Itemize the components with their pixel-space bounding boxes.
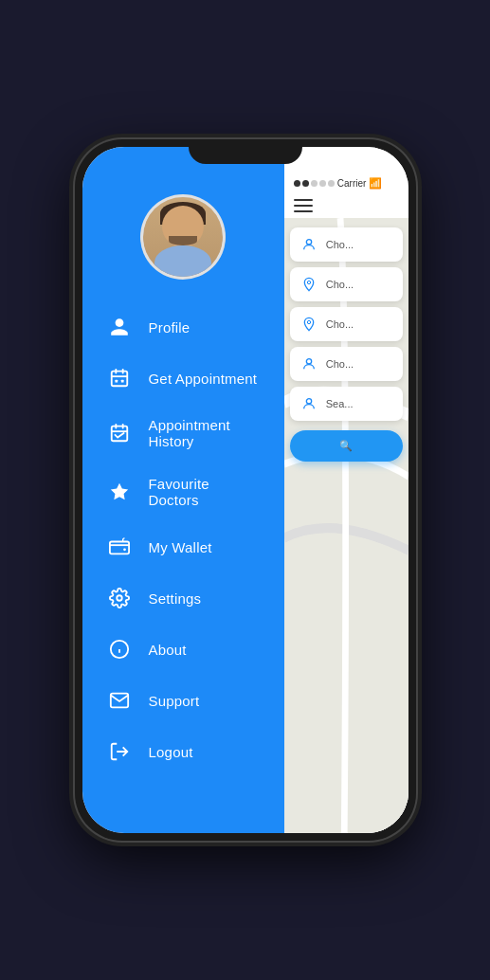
location-blue-icon-1: [299, 275, 318, 294]
svg-point-12: [123, 548, 126, 551]
sidebar-item-my-wallet[interactable]: My Wallet: [92, 522, 275, 572]
svg-rect-5: [120, 380, 123, 383]
search-button[interactable]: 🔍: [290, 430, 403, 462]
svg-point-23: [306, 399, 311, 404]
dropdown-item-4[interactable]: Cho...: [290, 347, 403, 381]
avatar-body: [154, 245, 211, 280]
sidebar-label-settings: Settings: [149, 590, 202, 607]
avatar-beard: [169, 236, 197, 245]
wifi-icon: 📶: [369, 177, 382, 190]
dropdown-label-2: Cho...: [326, 279, 354, 290]
right-panel: Carrier 📶: [284, 147, 408, 833]
sidebar-label-get-appointment: Get Appointment: [149, 371, 258, 387]
svg-point-13: [117, 595, 122, 601]
sidebar-label-appointment-history: Appointment History: [149, 417, 260, 449]
svg-point-21: [307, 320, 310, 323]
signal-area: Carrier 📶: [294, 177, 383, 190]
notch: [189, 139, 302, 164]
hamburger-lines: [294, 199, 399, 212]
location-blue-icon-2: [299, 315, 318, 334]
sidebar: Profile: [82, 147, 284, 833]
info-icon: [107, 637, 132, 662]
sidebar-item-profile[interactable]: Profile: [92, 302, 275, 352]
map-area: Cho... Cho...: [284, 218, 408, 833]
hamburger-line-2: [294, 205, 313, 207]
svg-rect-0: [111, 372, 127, 387]
sidebar-label-support: Support: [149, 693, 200, 709]
logout-icon: [107, 739, 132, 764]
avatar-container: [82, 194, 284, 280]
dropdown-label-1: Cho...: [326, 239, 354, 250]
dropdown-label-3: Cho...: [326, 318, 354, 330]
sidebar-label-my-wallet: My Wallet: [149, 539, 212, 555]
person-blue-icon-1: [299, 235, 318, 254]
signal-dot-2: [302, 180, 309, 187]
dropdown-item-2[interactable]: Cho...: [290, 267, 403, 301]
envelope-icon: [107, 688, 132, 713]
gear-icon: [107, 586, 132, 610]
sidebar-label-about: About: [149, 642, 187, 658]
hamburger-line-3: [294, 210, 313, 212]
sidebar-item-logout[interactable]: Logout: [92, 727, 275, 776]
svg-point-19: [306, 240, 311, 245]
dropdown-label-4: Cho...: [326, 358, 354, 370]
star-icon: [107, 480, 132, 504]
signal-dot-1: [294, 180, 300, 187]
map-dropdown-overlay: Cho... Cho...: [290, 227, 403, 462]
svg-rect-4: [115, 380, 118, 383]
search-label: Sea...: [326, 398, 354, 409]
sidebar-item-appointment-history[interactable]: Appointment History: [92, 405, 275, 462]
nav-menu: Profile: [82, 302, 284, 776]
phone-screen: Profile: [82, 147, 408, 833]
search-row[interactable]: Sea...: [290, 387, 403, 421]
status-bar: Carrier 📶: [284, 147, 408, 193]
svg-rect-6: [111, 426, 127, 442]
sidebar-item-get-appointment[interactable]: Get Appointment: [92, 354, 275, 403]
avatar-face: [143, 194, 223, 280]
dropdown-item-1[interactable]: Cho...: [290, 227, 403, 262]
calendar-icon: [107, 366, 132, 390]
sidebar-item-settings[interactable]: Settings: [92, 573, 275, 623]
sidebar-item-favourite-doctors[interactable]: Favourite Doctors: [92, 463, 275, 520]
svg-point-22: [306, 359, 311, 364]
avatar: [140, 194, 226, 280]
person-blue-icon-3: [299, 394, 318, 413]
sidebar-label-logout: Logout: [149, 744, 193, 760]
phone-outer: Profile: [0, 0, 490, 980]
person-blue-icon-2: [299, 354, 318, 373]
svg-marker-10: [110, 483, 127, 499]
sidebar-label-favourite-doctors: Favourite Doctors: [149, 476, 260, 508]
signal-dot-4: [319, 180, 326, 187]
hamburger-line-1: [294, 199, 313, 201]
signal-dot-5: [328, 180, 335, 187]
svg-point-20: [307, 281, 310, 283]
svg-rect-11: [109, 542, 128, 554]
search-button-icon: 🔍: [339, 440, 353, 451]
sidebar-label-profile: Profile: [149, 319, 191, 336]
signal-dot-3: [311, 180, 318, 187]
phone-frame: Profile: [75, 139, 416, 841]
sidebar-item-support[interactable]: Support: [92, 676, 275, 725]
carrier-label: Carrier: [337, 178, 367, 189]
sidebar-item-about[interactable]: About: [92, 625, 275, 674]
signal-dots: [294, 180, 335, 187]
person-icon: [107, 315, 132, 339]
hamburger-button[interactable]: [284, 193, 408, 218]
dropdown-item-3[interactable]: Cho...: [290, 307, 403, 341]
wallet-icon: [107, 535, 132, 559]
calendar-check-icon: [107, 421, 132, 445]
